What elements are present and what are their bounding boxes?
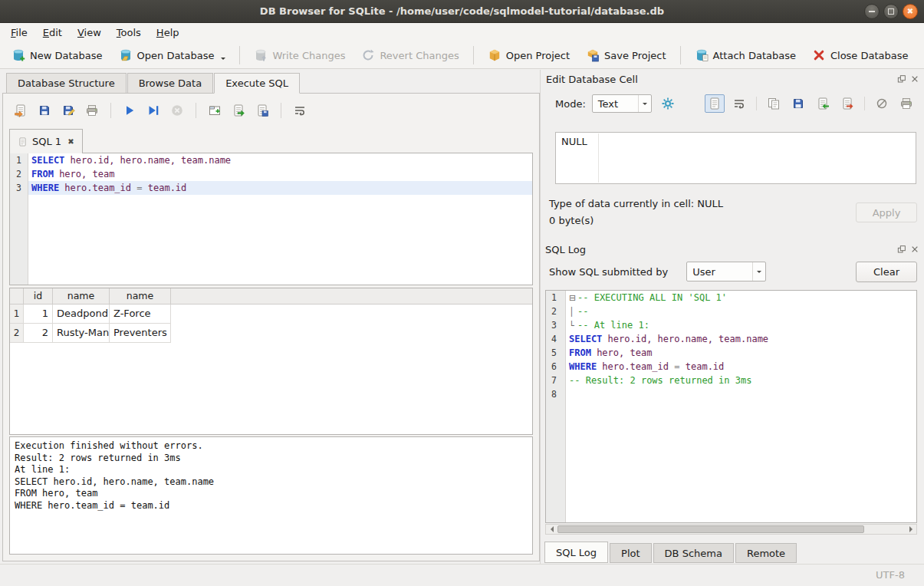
open-project-icon <box>488 48 501 62</box>
fold-marker-icon[interactable]: │ <box>569 305 577 319</box>
cell[interactable]: 1 <box>24 305 53 324</box>
close-tab-icon[interactable]: ✖ <box>67 137 74 146</box>
toolbar-separator <box>756 97 757 110</box>
cell[interactable]: Deadpond <box>53 305 110 324</box>
log-line: SELECT hero.id, hero.name, team.name <box>566 332 916 346</box>
print-sql-button[interactable] <box>82 100 102 120</box>
save-cell-button[interactable] <box>788 94 808 113</box>
clear-button[interactable]: Clear <box>856 262 917 282</box>
save-results-button[interactable] <box>252 100 272 120</box>
set-null-icon <box>875 97 889 110</box>
undock-icon[interactable] <box>897 74 906 84</box>
close-icon: ✖ <box>907 8 913 15</box>
word-wrap-icon <box>293 104 307 117</box>
editor-code-area[interactable]: SELECT hero.id, hero.name, team.nameFROM… <box>28 153 532 285</box>
tab-browse-data[interactable]: Browse Data <box>127 73 214 94</box>
save-project-button[interactable]: Save Project <box>579 45 673 65</box>
execute-line-button[interactable] <box>143 100 163 120</box>
message-line: WHERE hero.team_id = team.id <box>15 500 528 512</box>
set-null-button[interactable] <box>872 94 892 113</box>
editor-gutter: 123 <box>10 153 28 285</box>
message-line: FROM hero, team <box>15 488 528 500</box>
open-file-in-tab-button[interactable] <box>229 100 248 120</box>
save-sql-file-button[interactable] <box>35 100 54 120</box>
log-code-area[interactable]: ⊟-- EXECUTING ALL IN 'SQL 1'│--└-- At li… <box>566 291 916 522</box>
sql-token: -- <box>577 306 588 317</box>
column-header-name[interactable]: name <box>53 288 110 304</box>
sql-doc-tab[interactable]: SQL 1✖ <box>9 129 83 153</box>
close-dock-icon[interactable] <box>910 74 919 84</box>
scroll-left-arrow[interactable] <box>546 525 557 534</box>
cell-editor[interactable]: NULL <box>555 132 916 184</box>
edit-cell-toolbar: Mode: Text <box>555 94 916 114</box>
save-sql-as-button[interactable] <box>58 100 78 120</box>
fold-marker-icon[interactable]: ⊟ <box>569 291 577 305</box>
chevron-down-icon[interactable] <box>638 95 651 112</box>
edit-cell-title: Edit Database Cell <box>546 74 638 85</box>
log-filter-select[interactable]: User <box>686 262 766 281</box>
close-button[interactable]: ✖ <box>903 4 918 19</box>
menu-view[interactable]: View <box>70 25 109 41</box>
panel-splitter[interactable] <box>540 70 541 564</box>
new-tab-button[interactable] <box>205 100 225 120</box>
titlebar[interactable]: DB Browser for SQLite - /home/user/code/… <box>0 0 924 23</box>
cell[interactable]: 2 <box>24 324 53 343</box>
auto-switch-mode-button[interactable] <box>658 94 678 113</box>
toolbar-separator <box>239 46 240 64</box>
cell[interactable]: Rusty-Man <box>53 324 110 343</box>
open-database-button[interactable]: Open Database <box>112 45 233 65</box>
word-wrap-icon <box>732 97 746 110</box>
sql-token: hero.team_id <box>597 361 674 372</box>
sql-log-view[interactable]: 12345678 ⊟-- EXECUTING ALL IN 'SQL 1'│--… <box>545 290 917 523</box>
chevron-down-icon[interactable] <box>752 262 765 281</box>
log-horizontal-scrollbar[interactable] <box>545 524 917 535</box>
open-project-button[interactable]: Open Project <box>481 45 577 65</box>
mode-selected-value: Text <box>598 98 638 110</box>
word-wrap-button[interactable] <box>729 94 749 113</box>
tab-database-structure[interactable]: Database Structure <box>6 73 127 94</box>
mode-select[interactable]: Text <box>592 94 652 113</box>
dock-tab-plot[interactable]: Plot <box>610 543 652 563</box>
table-row: 11DeadpondZ-Force <box>10 305 532 324</box>
dock-tab-db-schema[interactable]: DB Schema <box>653 543 734 563</box>
open-sql-file-button[interactable] <box>11 100 31 120</box>
results-corner[interactable] <box>10 288 24 304</box>
print-cell-button[interactable] <box>896 94 916 113</box>
new-database-button[interactable]: New Database <box>5 45 110 65</box>
word-wrap-button[interactable] <box>290 100 310 120</box>
scrollbar-track[interactable] <box>557 525 906 534</box>
sql-editor[interactable]: 123 SELECT hero.id, hero.name, team.name… <box>9 153 533 285</box>
import-cell-button[interactable] <box>813 94 833 113</box>
view-as-text-button[interactable] <box>705 94 725 113</box>
close-dock-icon[interactable] <box>910 245 919 254</box>
row-number[interactable]: 2 <box>10 324 24 343</box>
dropdown-caret-icon[interactable] <box>221 58 225 62</box>
dock-tab-sql-log[interactable]: SQL Log <box>544 542 608 563</box>
column-header-name[interactable]: name <box>110 288 171 304</box>
cell[interactable]: Preventers <box>110 324 171 343</box>
undock-icon[interactable] <box>897 245 906 254</box>
maximize-button[interactable] <box>883 4 899 19</box>
messages-pane[interactable]: Execution finished without errors.Result… <box>9 436 533 555</box>
column-header-id[interactable]: id <box>24 288 53 304</box>
sql-token: -- EXECUTING ALL IN 'SQL 1' <box>577 292 727 303</box>
scroll-right-arrow[interactable] <box>906 525 916 534</box>
row-number[interactable]: 1 <box>10 305 24 324</box>
scrollbar-thumb[interactable] <box>557 525 864 533</box>
minimize-button[interactable] <box>864 4 880 19</box>
fold-marker-icon[interactable]: └ <box>569 319 577 333</box>
header-filler <box>171 288 532 304</box>
close-database-button[interactable]: Close Database <box>805 45 916 65</box>
menu-edit[interactable]: Edit <box>35 25 70 41</box>
sql-token: hero.id, hero.name, team.name <box>602 334 768 344</box>
cell[interactable]: Z-Force <box>110 305 171 324</box>
dock-tab-remote[interactable]: Remote <box>735 543 797 563</box>
execute-all-button[interactable] <box>120 100 140 120</box>
menu-help[interactable]: Help <box>149 25 187 41</box>
export-cell-button[interactable] <box>837 94 857 113</box>
copy-cell-button[interactable] <box>764 94 784 113</box>
menu-file[interactable]: File <box>3 25 35 41</box>
tab-execute-sql[interactable]: Execute SQL <box>214 73 300 94</box>
attach-database-button[interactable]: Attach Database <box>688 45 803 65</box>
menu-tools[interactable]: Tools <box>109 25 149 41</box>
